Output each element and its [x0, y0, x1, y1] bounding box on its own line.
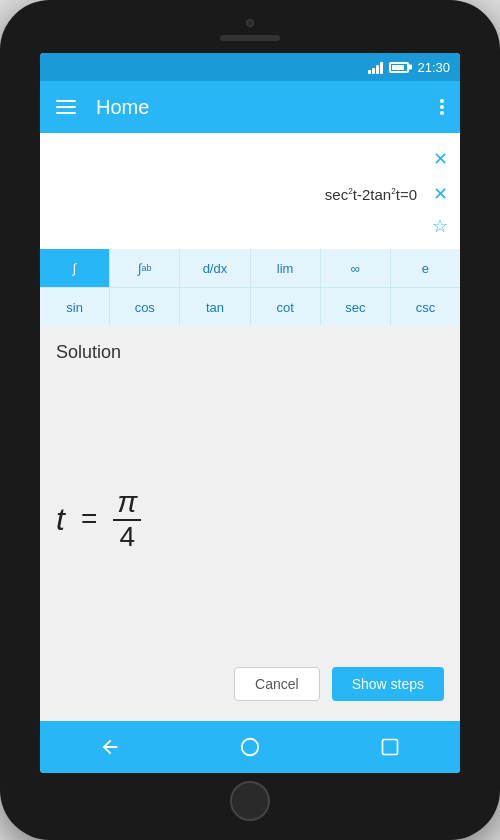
formula-fraction: π 4 [113, 487, 141, 551]
equation-text: sec2t-2tan2t=0 [52, 186, 417, 203]
screen: 21:30 Home ✕ [40, 53, 460, 773]
app-bar: Home [40, 81, 460, 133]
key-cos[interactable]: cos [110, 288, 180, 326]
key-limit[interactable]: lim [251, 249, 321, 287]
formula-equals: = [81, 503, 97, 535]
show-steps-button[interactable]: Show steps [332, 667, 444, 701]
star-icon[interactable]: ☆ [432, 215, 448, 237]
status-time: 21:30 [417, 60, 450, 75]
svg-rect-1 [383, 740, 398, 755]
key-sec[interactable]: sec [321, 288, 391, 326]
key-cot[interactable]: cot [251, 288, 321, 326]
cancel-button[interactable]: Cancel [234, 667, 320, 701]
key-definite-integral[interactable]: ∫ab [110, 249, 180, 287]
app-title: Home [96, 96, 436, 119]
action-buttons: Cancel Show steps [56, 659, 444, 705]
recents-icon [380, 737, 400, 757]
fraction-numerator: π [113, 487, 141, 517]
phone-top-decoration [220, 19, 280, 49]
phone-bottom-decoration [230, 781, 270, 821]
phone-frame: 21:30 Home ✕ [0, 0, 500, 840]
signal-icon [368, 60, 383, 74]
solution-title: Solution [56, 342, 444, 363]
svg-point-0 [242, 739, 259, 756]
solution-content: t = π 4 [56, 379, 444, 659]
status-icons: 21:30 [368, 60, 450, 75]
back-icon [99, 736, 121, 758]
key-csc[interactable]: csc [391, 288, 460, 326]
bottom-nav [40, 721, 460, 773]
key-infinity[interactable]: ∞ [321, 249, 391, 287]
status-bar: 21:30 [40, 53, 460, 81]
close-icon-2[interactable]: ✕ [433, 183, 448, 205]
content-area: ✕ sec2t-2tan2t=0 ✕ ☆ ∫ ∫ab d/dx [40, 133, 460, 721]
keyboard-row-2: sin cos tan cot sec csc [40, 288, 460, 326]
key-derivative[interactable]: d/dx [180, 249, 250, 287]
close-icon-1[interactable]: ✕ [433, 148, 448, 170]
phone-speaker [220, 35, 280, 41]
key-euler[interactable]: e [391, 249, 460, 287]
key-integral[interactable]: ∫ [40, 249, 110, 287]
phone-home-button[interactable] [230, 781, 270, 821]
formula-variable: t [56, 501, 65, 538]
equation-row-1: sec2t-2tan2t=0 ✕ [52, 177, 448, 211]
menu-icon[interactable] [52, 96, 80, 118]
battery-icon [389, 62, 409, 73]
star-row: ☆ [52, 211, 448, 241]
equation-row-empty: ✕ [52, 141, 448, 177]
math-keyboard: ∫ ∫ab d/dx lim ∞ e sin cos tan cot sec c… [40, 249, 460, 326]
solution-formula: t = π 4 [56, 487, 141, 551]
nav-back-button[interactable] [86, 723, 134, 771]
solution-area: Solution t = π 4 Cancel Sho [40, 326, 460, 721]
phone-camera [246, 19, 254, 27]
equation-area: ✕ sec2t-2tan2t=0 ✕ ☆ [40, 133, 460, 249]
home-icon [239, 736, 261, 758]
nav-recents-button[interactable] [366, 723, 414, 771]
key-tan[interactable]: tan [180, 288, 250, 326]
more-options-icon[interactable] [436, 95, 448, 119]
keyboard-row-1: ∫ ∫ab d/dx lim ∞ e [40, 249, 460, 288]
key-sin[interactable]: sin [40, 288, 110, 326]
nav-home-button[interactable] [226, 723, 274, 771]
fraction-denominator: 4 [116, 523, 140, 551]
